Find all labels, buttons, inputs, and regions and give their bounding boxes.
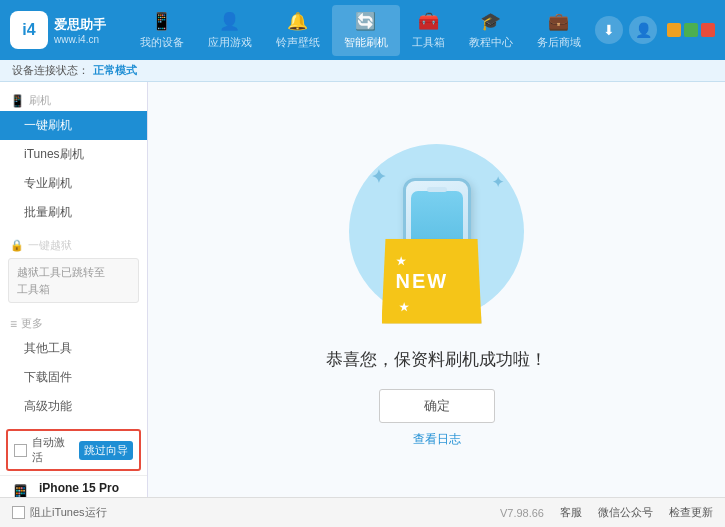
lock-icon: 🔒 [10, 239, 24, 252]
app-games-label: 应用游戏 [208, 35, 252, 50]
log-link[interactable]: 查看日志 [413, 431, 461, 448]
smart-flash-label: 智能刷机 [344, 35, 388, 50]
sparkle-left-icon: ✦ [371, 166, 386, 188]
sidebar-more-title: ≡ 更多 [0, 313, 147, 334]
stop-itunes-label: 阻止iTunes运行 [30, 505, 107, 520]
user-button[interactable]: 👤 [629, 16, 657, 44]
device-icon: 📱 [8, 483, 33, 497]
service-icon: 💼 [548, 11, 569, 32]
close-button[interactable] [701, 23, 715, 37]
guide-skip-button[interactable]: 跳过向导 [79, 441, 133, 460]
sidebar-section-more: ≡ 更多 其他工具 下载固件 高级功能 [0, 309, 147, 425]
customer-service-link[interactable]: 客服 [560, 505, 582, 520]
new-star-left: ★ [396, 255, 408, 267]
nav-item-smart-flash[interactable]: 🔄 智能刷机 [332, 5, 400, 56]
logo-text-line2: www.i4.cn [54, 34, 106, 45]
auto-activate-checkbox[interactable] [14, 444, 27, 457]
window-controls [667, 23, 715, 37]
smart-flash-icon: 🔄 [355, 11, 376, 32]
nav-item-service[interactable]: 💼 务后商域 [525, 5, 593, 56]
top-right-controls: ⬇ 👤 [595, 16, 715, 44]
toolbox-icon: 🧰 [418, 11, 439, 32]
nav-item-ringtone[interactable]: 🔔 铃声壁纸 [264, 5, 332, 56]
device-name: iPhone 15 Pro Max [39, 481, 139, 497]
status-value: 正常模式 [93, 63, 137, 78]
service-label: 务后商域 [537, 35, 581, 50]
version-label: V7.98.66 [500, 507, 544, 519]
download-button[interactable]: ⬇ [595, 16, 623, 44]
sidebar-section-flash: 📱 刷机 一键刷机 iTunes刷机 专业刷机 批量刷机 [0, 82, 147, 231]
sidebar-item-other-tools[interactable]: 其他工具 [0, 334, 147, 363]
toolbox-label: 工具箱 [412, 35, 445, 50]
status-bar: 设备连接状态： 正常模式 [0, 60, 725, 82]
my-device-icon: 📱 [151, 11, 172, 32]
phone-notch [427, 187, 447, 192]
logo-text-line1: 爱思助手 [54, 16, 106, 34]
nav-item-toolbox[interactable]: 🧰 工具箱 [400, 5, 457, 56]
nav-item-my-device[interactable]: 📱 我的设备 [128, 5, 196, 56]
top-bar: i4 爱思助手 www.i4.cn 📱 我的设备 👤 应用游戏 🔔 铃声壁纸 🔄… [0, 0, 725, 60]
flash-section-icon: 📱 [10, 94, 25, 108]
nav-item-tutorial[interactable]: 🎓 教程中心 [457, 5, 525, 56]
logo-icon: i4 [10, 11, 48, 49]
nav-bar: 📱 我的设备 👤 应用游戏 🔔 铃声壁纸 🔄 智能刷机 🧰 工具箱 🎓 教程中心… [125, 5, 595, 56]
sidebar-item-pro-flash[interactable]: 专业刷机 [0, 169, 147, 198]
minimize-button[interactable] [667, 23, 681, 37]
sidebar-item-itunes-flash[interactable]: iTunes刷机 [0, 140, 147, 169]
auto-activate-row: 自动激活 跳过向导 [6, 429, 141, 471]
stop-itunes-checkbox[interactable] [12, 506, 25, 519]
maximize-button[interactable] [684, 23, 698, 37]
sidebar-jailbreak-title: 🔒 一键越狱 [0, 235, 147, 256]
sparkle-right-icon: ✦ [492, 174, 504, 190]
status-prefix: 设备连接状态： [12, 63, 89, 78]
more-section-icon: ≡ [10, 317, 17, 331]
sidebar-item-download-firmware[interactable]: 下载固件 [0, 363, 147, 392]
tutorial-icon: 🎓 [480, 11, 501, 32]
sidebar-section-jailbreak: 🔒 一键越狱 越狱工具已跳转至 工具箱 [0, 231, 147, 309]
sidebar-section-flash-title: 📱 刷机 [0, 90, 147, 111]
bottom-right: V7.98.66 客服 微信公众号 检查更新 [500, 505, 713, 520]
success-text: 恭喜您，保资料刷机成功啦！ [326, 348, 547, 371]
bottom-bar: 阻止iTunes运行 V7.98.66 客服 微信公众号 检查更新 [0, 497, 725, 527]
confirm-button[interactable]: 确定 [379, 389, 495, 423]
device-row: 📱 iPhone 15 Pro Max 512GB iPhone [0, 475, 147, 497]
sidebar-item-one-key-flash[interactable]: 一键刷机 [0, 111, 147, 140]
auto-activate-label: 自动激活 [32, 435, 74, 465]
my-device-label: 我的设备 [140, 35, 184, 50]
tutorial-label: 教程中心 [469, 35, 513, 50]
stop-itunes-row: 阻止iTunes运行 [12, 505, 107, 520]
phone-graphic: ✦ ✦ ★ NEW ★ [337, 132, 537, 332]
sidebar-item-advanced[interactable]: 高级功能 [0, 392, 147, 421]
nav-item-app-games[interactable]: 👤 应用游戏 [196, 5, 264, 56]
sidebar: 📱 刷机 一键刷机 iTunes刷机 专业刷机 批量刷机 🔒 一键越狱 越狱工具… [0, 82, 148, 497]
logo-abbr: i4 [22, 21, 35, 39]
sidebar-jailbreak-note: 越狱工具已跳转至 工具箱 [8, 258, 139, 303]
new-badge: ★ NEW ★ [382, 239, 482, 324]
sidebar-item-batch-flash[interactable]: 批量刷机 [0, 198, 147, 227]
ringtone-label: 铃声壁纸 [276, 35, 320, 50]
app-games-icon: 👤 [219, 11, 240, 32]
ringtone-icon: 🔔 [287, 11, 308, 32]
new-text: NEW [396, 270, 449, 292]
new-star-right: ★ [399, 301, 411, 313]
check-update-link[interactable]: 检查更新 [669, 505, 713, 520]
content-area: ✦ ✦ ★ NEW ★ 恭喜您，保资料刷机成功啦！ 确定 查看日志 [148, 82, 725, 497]
wechat-link[interactable]: 微信公众号 [598, 505, 653, 520]
logo: i4 爱思助手 www.i4.cn [10, 11, 125, 49]
main-layout: 📱 刷机 一键刷机 iTunes刷机 专业刷机 批量刷机 🔒 一键越狱 越狱工具… [0, 82, 725, 497]
